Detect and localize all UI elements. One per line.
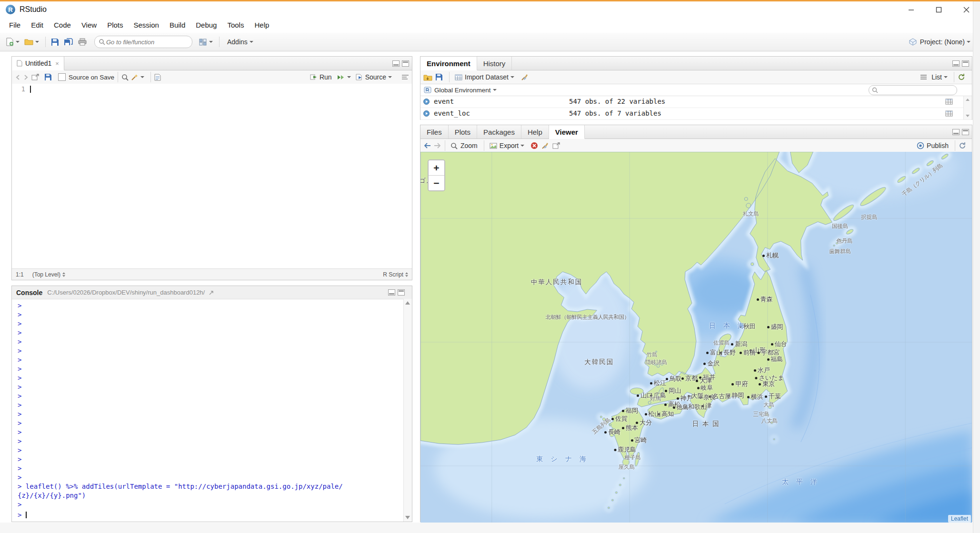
export-button[interactable]: Export xyxy=(488,140,526,151)
list-view-icon[interactable] xyxy=(920,74,927,80)
run-button[interactable]: Run xyxy=(308,72,334,82)
file-type-label[interactable]: R Script xyxy=(383,271,403,278)
open-file-button[interactable] xyxy=(22,37,41,47)
refresh-icon[interactable] xyxy=(958,73,965,81)
leaflet-map[interactable]: 札幌青森秋田盛岡山形仙台新潟福島宇都宮前橋水戸さいたま東京千葉横浜甲府静岡長野富… xyxy=(420,152,972,523)
menu-debug[interactable]: Debug xyxy=(190,18,222,32)
save-workspace-icon[interactable] xyxy=(435,73,443,81)
forward-icon[interactable] xyxy=(433,142,441,149)
find-icon[interactable] xyxy=(121,74,129,81)
menu-plots[interactable]: Plots xyxy=(102,18,128,32)
project-selector[interactable]: Project: (None) xyxy=(909,33,970,51)
source-tab-untitled1[interactable]: Untitled1 × xyxy=(12,57,64,70)
environment-scrollbar[interactable] xyxy=(963,96,972,119)
new-file-button[interactable] xyxy=(4,36,21,48)
zoom-button[interactable]: Zoom xyxy=(449,140,480,151)
menu-edit[interactable]: Edit xyxy=(26,18,49,32)
scroll-up-icon[interactable] xyxy=(966,99,970,101)
expander-icon[interactable] xyxy=(423,99,430,106)
view-data-icon[interactable] xyxy=(945,110,953,118)
map-attribution[interactable]: Leaflet xyxy=(948,515,971,523)
back-icon[interactable] xyxy=(15,74,22,80)
file-type-stepper-icon[interactable] xyxy=(405,272,408,277)
tab-environment[interactable]: Environment xyxy=(420,57,477,70)
pane-maximize-icon[interactable] xyxy=(398,289,405,296)
goto-file-box[interactable] xyxy=(94,36,192,48)
scope-stepper-icon[interactable] xyxy=(62,272,65,277)
print-button[interactable] xyxy=(76,37,89,47)
console-prompt-line[interactable]: > xyxy=(12,511,404,520)
document-outline-icon[interactable] xyxy=(401,74,409,80)
back-icon[interactable] xyxy=(423,142,431,149)
save-all-button[interactable] xyxy=(62,37,75,48)
menu-tools[interactable]: Tools xyxy=(222,18,249,32)
environment-search-input[interactable] xyxy=(878,86,942,94)
console-title[interactable]: Console xyxy=(16,289,42,296)
pane-maximize-icon[interactable] xyxy=(962,129,969,135)
zoom-out-button[interactable]: − xyxy=(429,176,444,190)
environment-search-box[interactable] xyxy=(869,85,957,95)
popout-icon[interactable] xyxy=(31,74,40,80)
environment-scope-label[interactable]: Global Environment xyxy=(434,87,491,94)
compile-report-icon[interactable] xyxy=(154,74,161,81)
zoom-in-button[interactable]: + xyxy=(429,160,444,176)
publish-button[interactable]: Publish xyxy=(915,140,950,151)
tab-viewer[interactable]: Viewer xyxy=(549,125,585,139)
menu-build[interactable]: Build xyxy=(164,18,190,32)
refresh-icon[interactable] xyxy=(959,142,966,149)
tab-plots[interactable]: Plots xyxy=(449,125,477,138)
console-popout-icon[interactable] xyxy=(209,290,216,296)
tab-history[interactable]: History xyxy=(477,57,512,70)
pane-minimize-icon[interactable] xyxy=(392,60,400,67)
clear-broom-icon[interactable] xyxy=(541,142,549,149)
viewer-tabbar: FilesPlotsPackagesHelpViewer xyxy=(420,125,972,139)
workspace-panes-button[interactable] xyxy=(197,37,215,47)
forward-icon[interactable] xyxy=(22,74,29,80)
code-tools-button[interactable] xyxy=(129,72,146,82)
code-area[interactable] xyxy=(29,84,412,269)
save-icon[interactable] xyxy=(44,73,52,81)
scroll-down-icon[interactable] xyxy=(966,115,970,117)
pane-minimize-icon[interactable] xyxy=(952,129,960,135)
source-on-save-checkbox[interactable] xyxy=(58,73,66,81)
menu-code[interactable]: Code xyxy=(49,18,76,32)
tab-packages[interactable]: Packages xyxy=(477,125,521,138)
menu-view[interactable]: View xyxy=(76,18,102,32)
menu-file[interactable]: File xyxy=(4,18,26,32)
popout-icon[interactable] xyxy=(552,142,560,149)
env-row-event[interactable]: event547 obs. of 22 variables xyxy=(420,96,972,108)
scroll-up-icon[interactable] xyxy=(405,301,410,305)
view-data-icon[interactable] xyxy=(945,99,953,106)
console-scrollbar[interactable] xyxy=(403,299,412,522)
window-maximize-button[interactable] xyxy=(925,1,952,18)
rerun-button[interactable] xyxy=(335,73,353,82)
load-workspace-icon[interactable] xyxy=(423,74,432,81)
pane-maximize-icon[interactable] xyxy=(962,60,969,67)
scope-label[interactable]: (Top Level) xyxy=(32,271,60,278)
clear-broom-icon[interactable] xyxy=(521,73,529,81)
pane-minimize-icon[interactable] xyxy=(388,289,395,296)
tab-help[interactable]: Help xyxy=(521,125,549,138)
menu-session[interactable]: Session xyxy=(129,18,164,32)
pane-maximize-icon[interactable] xyxy=(402,60,409,67)
source-button[interactable]: Source xyxy=(354,72,394,82)
source-run-icon xyxy=(356,74,363,80)
addins-button[interactable]: Addins xyxy=(223,37,255,47)
code-editor[interactable]: 1 xyxy=(12,84,412,269)
console-output[interactable]: >>>>>>>>>>>>>>>>>>>>> leaflet() %>% addT… xyxy=(12,299,404,522)
pane-minimize-icon[interactable] xyxy=(952,60,960,67)
env-row-event_loc[interactable]: event_loc547 obs. of 7 variables xyxy=(420,108,972,120)
goto-file-input[interactable] xyxy=(105,38,179,46)
tab-close-icon[interactable]: × xyxy=(55,60,59,67)
window-minimize-button[interactable] xyxy=(897,1,925,18)
scroll-down-icon[interactable] xyxy=(405,516,410,519)
expander-icon[interactable] xyxy=(423,110,430,118)
magic-wand-icon xyxy=(131,74,139,81)
remove-viewer-icon[interactable] xyxy=(530,142,538,149)
list-view-button[interactable]: List xyxy=(927,72,950,82)
tab-files[interactable]: Files xyxy=(420,125,449,138)
menu-help[interactable]: Help xyxy=(249,18,274,32)
toolbar-separator xyxy=(955,140,955,151)
save-button[interactable] xyxy=(49,37,61,48)
import-dataset-button[interactable]: Import Dataset xyxy=(453,72,516,82)
